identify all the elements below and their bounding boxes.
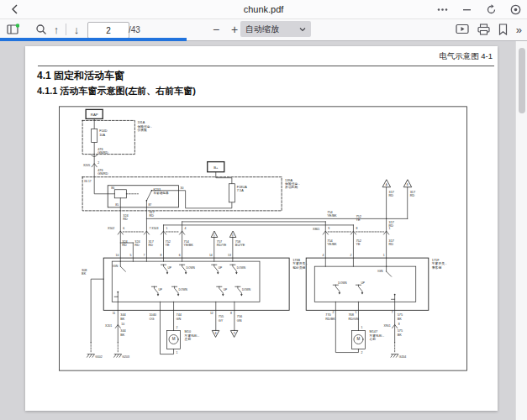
minimize-icon[interactable] xyxy=(461,3,473,16)
diagram-label: 7 xyxy=(149,227,150,230)
diagram-label: 30 xyxy=(181,186,184,190)
diagram-label: 1 xyxy=(356,311,357,314)
diagram-label: 5 xyxy=(129,254,131,257)
passenger-switch-inner xyxy=(314,266,415,302)
toolbar-more-button[interactable]: » xyxy=(516,24,522,36)
diagram-label: 2 xyxy=(350,254,352,257)
diagram-label: 2 xyxy=(177,326,178,329)
diagram-label: 1 xyxy=(177,351,178,354)
diagram-label: M147车窗电机 -右前 xyxy=(370,330,385,341)
diagram-label: X861 xyxy=(313,228,319,231)
diagram-label: M xyxy=(357,338,361,342)
diagram-label: 317RD xyxy=(149,211,154,218)
diagram-labels: RAPF14D10A131A保险丝盒 -仪表板476GN/RDX2052476G… xyxy=(82,113,447,359)
presentation-mode-icon[interactable] xyxy=(456,24,469,35)
diagram-label: 2 xyxy=(361,351,362,354)
diagram-label: X201 xyxy=(105,324,112,328)
scrollbar-track[interactable] xyxy=(515,41,527,420)
fuse-f18ua xyxy=(229,184,235,202)
search-icon xyxy=(35,24,47,35)
diagram-label: IGN xyxy=(113,265,119,268)
diagram-label: 4 xyxy=(322,254,324,257)
loading-progress-bar xyxy=(0,38,187,41)
fuse-f14d xyxy=(92,129,97,142)
previous-page-button[interactable]: ↑ xyxy=(49,22,64,37)
diagram-label: M10车窗电机 -左前 xyxy=(185,330,200,341)
diagram-label: 752YE xyxy=(356,239,361,246)
diagram-label: DOWN xyxy=(242,288,251,291)
diagram-label: 85 xyxy=(115,203,119,207)
diagram-label: 13 xyxy=(228,254,231,257)
diagram-label: 8 xyxy=(230,312,232,315)
sidebar-icon xyxy=(7,24,19,35)
diagram-label: 575BK xyxy=(398,329,403,336)
component-boxes xyxy=(86,109,429,349)
diagram-label: 6 xyxy=(179,254,181,257)
diagram-label: 12 xyxy=(210,312,213,315)
zoom-select[interactable]: 自动缩放 xyxy=(240,21,311,37)
page-header: 电气示意图 4-1 xyxy=(439,51,493,62)
diagram-label: X6 17 xyxy=(84,180,92,183)
diagram-label: B+ xyxy=(213,165,219,170)
bookmark-icon[interactable] xyxy=(498,24,508,35)
diagram-label: 8 xyxy=(161,254,162,257)
wiring-diagram: RAPF14D10A131A保险丝盒 -仪表板476GN/RDX2052476G… xyxy=(59,106,467,371)
toolbar-divider xyxy=(66,24,66,35)
diagram-label: 756GN xyxy=(237,315,242,322)
diagram-label: E xyxy=(215,332,217,335)
diagram-label: 1 xyxy=(361,326,362,329)
diagram-label: 14 xyxy=(209,254,213,257)
diagram-label: UP xyxy=(361,281,364,285)
diagram-label: 8 xyxy=(356,227,357,230)
refresh-icon[interactable] xyxy=(485,3,498,16)
diagram-label: F14D10A xyxy=(99,129,108,136)
diagram-label: B xyxy=(407,183,408,186)
diagram-label: 476GN/RD xyxy=(97,169,108,176)
diagram-label: G102 xyxy=(95,355,103,359)
diagram-label: 171F车窗开关 -乘客侧 xyxy=(432,259,447,270)
diagram-label: 139A保险丝盒 -发动机舱 xyxy=(285,179,300,190)
diagram-label: 308BK xyxy=(82,269,87,276)
target-icon[interactable] xyxy=(509,3,522,16)
diagram-label: 757RD/YE xyxy=(217,240,227,247)
diagram-label: 6 xyxy=(123,227,124,230)
scrollbar-thumb[interactable] xyxy=(519,48,525,113)
diagram-label: 1 xyxy=(166,227,168,230)
zoom-out-button[interactable]: − xyxy=(208,22,224,37)
diagram-label: X503 xyxy=(151,227,158,230)
diagram-label: 131A保险丝盒 -仪表板 xyxy=(137,121,152,132)
pdf-content-area: 电气示意图 4-1 4.1 固定和活动车窗 4.1.1 活动车窗示意图(左前、右… xyxy=(0,41,527,420)
diagram-label: 317RD xyxy=(389,191,394,197)
diagram-label: M xyxy=(172,338,176,342)
driver-switch-box xyxy=(103,258,289,310)
diagram-label: F xyxy=(234,332,235,335)
diagram-label: 8 xyxy=(398,323,400,326)
diagram-label: 575BK xyxy=(398,313,403,320)
diagram-label: 10 xyxy=(115,254,119,257)
chevron-down-icon xyxy=(299,27,306,32)
diagram-label: 7 xyxy=(392,311,393,314)
zoom-select-label: 自动缩放 xyxy=(245,24,279,35)
diagram-label: 754YE/BK xyxy=(327,211,337,218)
component-boxes-dashed xyxy=(82,120,282,210)
diagram-label: DOWN xyxy=(187,266,196,270)
diagram-label: X502 xyxy=(108,227,114,230)
diagram-label: DOWN xyxy=(338,281,347,285)
page-number-input[interactable] xyxy=(87,22,129,39)
diagram-label: 9 xyxy=(328,227,329,230)
diagram-label: 476GN/RD xyxy=(97,148,108,155)
diagram-label: 87 xyxy=(148,203,151,207)
diagram-label: 755GY xyxy=(219,315,224,322)
passenger-switch-box xyxy=(306,258,429,310)
more-options-icon[interactable] xyxy=(436,3,449,16)
diagram-label: DOWN xyxy=(179,288,188,291)
subsection-heading: 4.1.1 活动车窗示意图(左前、右前车窗) xyxy=(37,85,196,97)
diagram-label: 324RD xyxy=(134,240,140,247)
print-icon[interactable] xyxy=(477,24,490,35)
window-titlebar: chunk.pdf xyxy=(0,0,527,19)
diagram-label: DOWN xyxy=(237,266,246,270)
find-button[interactable] xyxy=(34,22,49,37)
next-page-button[interactable]: ↓ xyxy=(69,22,84,37)
section-heading: 4.1 固定和活动车窗 xyxy=(37,69,124,83)
sidebar-toggle-button[interactable] xyxy=(5,22,20,37)
